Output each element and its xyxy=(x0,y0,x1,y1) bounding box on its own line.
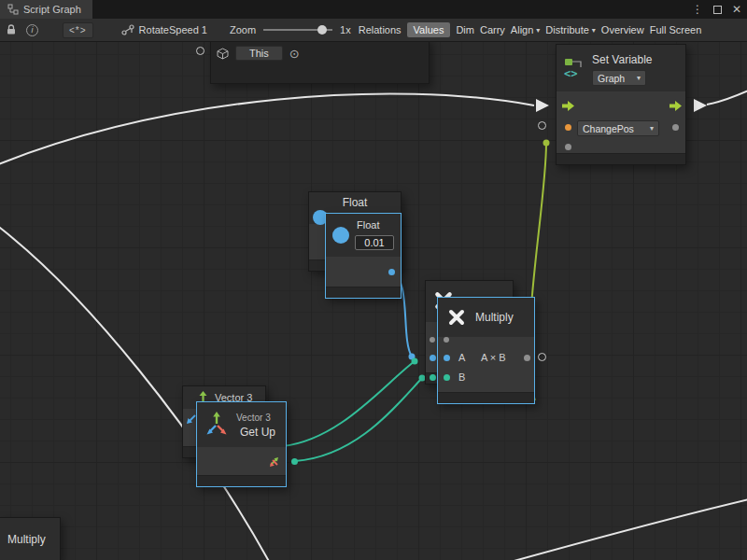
vector-wire-endpoint[interactable] xyxy=(412,358,418,365)
set-variable-unconnected-port[interactable] xyxy=(538,121,546,130)
chevron-down-icon: ▾ xyxy=(592,26,596,35)
float-icon xyxy=(332,227,349,244)
set-variable-node[interactable]: <> Set Variable Graph ▾ ChangePos ▾ xyxy=(556,44,686,165)
scope-label: Graph xyxy=(598,73,625,84)
multiply-icon xyxy=(447,308,466,327)
float-node[interactable]: Float 0.01 xyxy=(325,213,402,299)
multiply-output-port[interactable] xyxy=(524,355,530,361)
corner-multiply-title: Multiply xyxy=(7,533,46,546)
align-button[interactable]: Align ▾ xyxy=(511,24,540,35)
corner-multiply-node[interactable]: Multiply xyxy=(0,517,61,560)
flow-output-port-icon[interactable] xyxy=(669,100,683,112)
variable-name-dropdown[interactable]: ChangePos ▾ xyxy=(577,120,659,136)
code-icon[interactable]: <*> xyxy=(63,22,93,38)
port-a-label: A xyxy=(458,352,465,363)
flow-wire[interactable] xyxy=(707,90,747,105)
get-up-output-port[interactable] xyxy=(291,458,298,465)
zoom-label: Zoom xyxy=(230,24,256,35)
multiply-title: Multiply xyxy=(475,311,514,324)
float-value-field[interactable]: 0.01 xyxy=(355,235,394,250)
value-input-port[interactable] xyxy=(565,144,571,150)
float-title: Float xyxy=(357,219,379,231)
node-footer xyxy=(197,475,286,486)
flow-out-arrow-icon[interactable] xyxy=(694,99,707,112)
this-node[interactable]: This ⊙ xyxy=(210,42,430,84)
multiply-input-a-port[interactable] xyxy=(444,355,450,361)
multiply-unconnected-port[interactable] xyxy=(538,353,546,361)
port-out-label: A × B xyxy=(481,352,506,363)
variable-output-port[interactable] xyxy=(672,124,679,131)
distribute-button[interactable]: Distribute ▾ xyxy=(545,24,595,35)
align-label: Align xyxy=(511,24,533,35)
tab-bar: Script Graph ⋮ ✕ xyxy=(0,0,747,19)
script-graph-icon xyxy=(7,4,19,15)
ghost-port-b[interactable] xyxy=(430,374,436,381)
dim-button[interactable]: Dim xyxy=(456,24,474,35)
port-b-label: B xyxy=(458,371,465,383)
chevron-down-icon: ▾ xyxy=(637,74,641,82)
carry-button[interactable]: Carry xyxy=(480,24,505,35)
lock-icon[interactable] xyxy=(6,24,17,35)
svg-text:<>: <> xyxy=(564,67,577,79)
variable-name-port[interactable] xyxy=(565,124,571,131)
graph-asset-icon xyxy=(121,24,134,35)
cube-icon xyxy=(217,48,229,60)
zoom-slider[interactable] xyxy=(263,24,332,35)
maximize-icon[interactable] xyxy=(713,6,722,14)
zoom-slider-knob[interactable] xyxy=(317,25,327,35)
ghost-port-a[interactable] xyxy=(430,355,436,361)
ghost-port[interactable] xyxy=(430,337,435,343)
multiply-extra-port[interactable] xyxy=(444,337,449,343)
float-ghost-title: Float xyxy=(343,196,368,209)
get-up-header: Vector 3 Get Up xyxy=(197,402,286,447)
node-footer xyxy=(326,287,401,298)
flow-wire[interactable] xyxy=(0,93,534,165)
fullscreen-button[interactable]: Full Screen xyxy=(650,24,702,35)
tab-title: Script Graph xyxy=(23,4,81,15)
relations-button[interactable]: Relations xyxy=(359,24,402,35)
multiply-node[interactable]: Multiply A A × B B xyxy=(437,297,535,404)
node-footer xyxy=(557,153,685,164)
vector-wire[interactable] xyxy=(283,361,415,446)
float-header: Float 0.01 xyxy=(326,214,401,257)
target-icon[interactable]: ⊙ xyxy=(289,47,300,61)
vector3-axes-icon xyxy=(204,412,230,438)
get-up-subtitle: Vector 3 xyxy=(236,413,271,423)
zoom-value: 1x xyxy=(340,24,351,35)
tab-script-graph[interactable]: Script Graph xyxy=(0,0,92,19)
result-wire-endpoint[interactable] xyxy=(543,140,550,147)
node-footer xyxy=(438,392,534,403)
flow-wire[interactable] xyxy=(500,498,747,560)
this-chip[interactable]: This xyxy=(235,46,283,61)
chevron-down-icon: ▾ xyxy=(536,26,540,35)
multiply-input-b-port[interactable] xyxy=(444,374,450,381)
get-up-title: Get Up xyxy=(240,426,275,439)
kebab-menu-icon[interactable]: ⋮ xyxy=(692,3,703,16)
graph-toolbar: i <*> RotateSpeed 1 Zoom 1x Relations Va… xyxy=(0,19,747,42)
graph-name-label: RotateSpeed 1 xyxy=(139,24,207,35)
variable-name-label: ChangePos xyxy=(583,123,634,134)
flow-input-port-icon[interactable] xyxy=(561,100,575,112)
window-controls: ⋮ ✕ xyxy=(692,0,741,19)
chevron-down-icon: ▾ xyxy=(650,124,654,133)
close-icon[interactable]: ✕ xyxy=(732,3,741,16)
this-input-port[interactable] xyxy=(196,47,204,55)
distribute-label: Distribute xyxy=(545,24,588,35)
get-up-node[interactable]: Vector 3 Get Up xyxy=(196,401,287,487)
overview-button[interactable]: Overview xyxy=(601,24,644,35)
float-output-port[interactable] xyxy=(388,269,395,275)
set-variable-header: <> Set Variable Graph ▾ xyxy=(557,45,685,91)
graph-canvas[interactable]: This ⊙ <> Set Variable Graph ▾ xyxy=(0,42,747,560)
vector-output-icon xyxy=(268,455,280,468)
values-button[interactable]: Values xyxy=(407,22,451,37)
variable-scope-dropdown[interactable]: Graph ▾ xyxy=(592,70,646,86)
multiply-header: Multiply xyxy=(438,298,534,337)
vector-wire[interactable] xyxy=(295,378,422,461)
flow-in-arrow-icon[interactable] xyxy=(536,99,549,112)
info-icon[interactable]: i xyxy=(26,24,38,36)
set-variable-title: Set Variable xyxy=(592,53,652,66)
script-graph-window: Script Graph ⋮ ✕ i <*> RotateSpeed 1 Zoo… xyxy=(0,0,747,560)
set-variable-icon: <> xyxy=(563,57,585,79)
